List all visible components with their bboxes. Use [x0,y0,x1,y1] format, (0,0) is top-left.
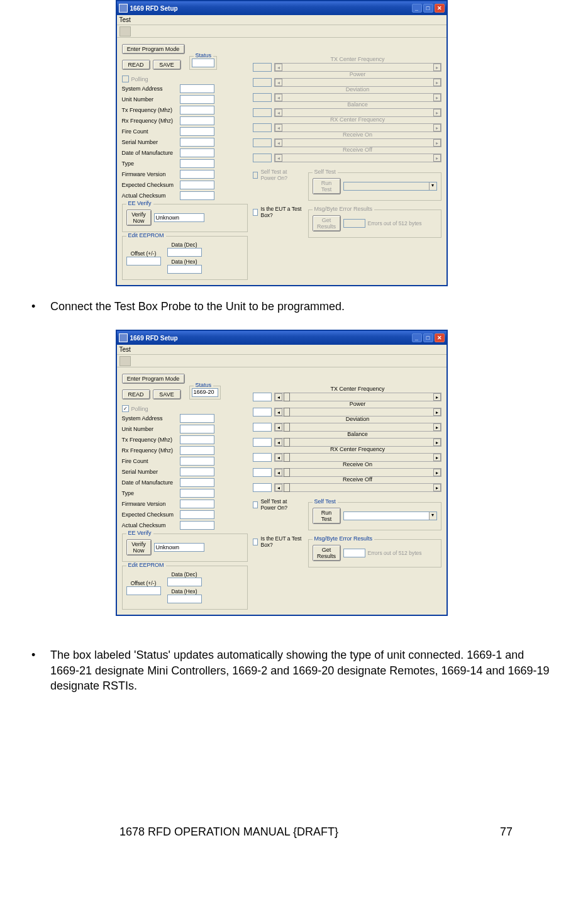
right-arrow-icon[interactable]: ▸ [433,439,441,446]
tx-frequency-field[interactable] [180,106,214,115]
data-hex-field[interactable] [167,595,202,603]
tx-center-frequency-value[interactable] [253,63,272,72]
right-arrow-icon[interactable]: ▸ [433,408,441,416]
slider-thumb[interactable] [284,423,290,432]
polling-checkbox[interactable] [122,75,129,82]
right-arrow-icon[interactable]: ▸ [433,79,441,86]
right-arrow-icon[interactable]: ▸ [433,139,441,147]
left-arrow-icon[interactable]: ◂ [275,423,282,431]
deviation-value[interactable] [253,423,272,432]
menu-test[interactable]: Test [119,16,131,23]
system-address-field[interactable] [180,84,214,93]
rx-center-frequency-slider[interactable]: ◂▸ [274,453,441,462]
receive-on-slider[interactable]: ◂▸ [274,468,441,477]
right-arrow-icon[interactable]: ▸ [433,109,441,116]
expected-checksum-field[interactable] [180,181,214,189]
self-test-power-on-checkbox[interactable] [253,501,258,508]
maximize-button[interactable]: □ [423,333,433,342]
receive-off-slider[interactable]: ◂▸ [274,483,441,492]
tx-center-frequency-slider[interactable]: ◂▸ [274,393,441,401]
serial-number-field[interactable] [180,138,214,147]
actual-checksum-field[interactable] [180,191,214,200]
receive-off-slider[interactable]: ◂▸ [274,154,441,162]
self-test-select[interactable]: ▾ [343,511,437,520]
rx-center-frequency-value[interactable] [253,453,272,462]
slider-thumb[interactable] [284,468,290,477]
offset-field[interactable] [126,586,161,595]
receive-on-slider[interactable]: ◂▸ [274,138,441,147]
left-arrow-icon[interactable]: ◂ [275,139,282,147]
firmware-version-field[interactable] [180,170,214,179]
self-test-select[interactable]: ▾ [343,182,437,191]
fire-count-field[interactable] [180,457,214,466]
is-eut-test-box-checkbox[interactable] [253,539,258,545]
slider-thumb[interactable] [284,393,290,401]
read-button[interactable]: READ [122,60,150,70]
toolbar-button[interactable] [119,356,131,366]
right-arrow-icon[interactable]: ▸ [433,469,441,476]
rx-center-frequency-slider[interactable]: ◂▸ [274,123,441,132]
tx-frequency-field[interactable] [180,435,214,444]
left-arrow-icon[interactable]: ◂ [275,393,282,401]
toolbar-button[interactable] [119,26,131,36]
run-test-button[interactable]: Run Test [313,178,341,194]
receive-on-value[interactable] [253,138,272,147]
unit-number-field[interactable] [180,425,214,433]
read-button[interactable]: READ [122,389,150,400]
right-arrow-icon[interactable]: ▸ [433,154,441,162]
minimize-button[interactable]: _ [412,4,422,13]
receive-off-value[interactable] [253,483,272,492]
serial-number-field[interactable] [180,467,214,476]
enter-program-mode-button[interactable]: Enter Program Mode [122,44,185,54]
verify-now-button[interactable]: Verify Now [126,539,152,556]
left-arrow-icon[interactable]: ◂ [275,124,282,131]
data-dec-field[interactable] [167,248,202,257]
date-of-manufacture-field[interactable] [180,478,214,487]
deviation-slider[interactable]: ◂▸ [274,423,441,432]
self-test-power-on-checkbox[interactable] [253,172,258,179]
type-field[interactable] [180,489,214,498]
type-field[interactable] [180,159,214,168]
balance-value[interactable] [253,108,272,117]
menu-test[interactable]: Test [119,346,131,353]
actual-checksum-field[interactable] [180,521,214,530]
is-eut-test-box-checkbox[interactable] [253,209,258,216]
left-arrow-icon[interactable]: ◂ [275,79,282,86]
firmware-version-field[interactable] [180,500,214,508]
power-value[interactable] [253,78,272,87]
deviation-value[interactable] [253,93,272,102]
polling-checkbox[interactable]: ✓ [122,405,129,412]
right-arrow-icon[interactable]: ▸ [433,484,441,491]
right-arrow-icon[interactable]: ▸ [433,393,441,401]
minimize-button[interactable]: _ [412,333,422,342]
balance-slider[interactable]: ◂▸ [274,108,441,117]
expected-checksum-field[interactable] [180,510,214,519]
verify-now-button[interactable]: Verify Now [126,210,152,226]
power-value[interactable] [253,408,272,416]
left-arrow-icon[interactable]: ◂ [275,154,282,162]
receive-on-value[interactable] [253,468,272,477]
right-arrow-icon[interactable]: ▸ [433,124,441,131]
left-arrow-icon[interactable]: ◂ [275,109,282,116]
left-arrow-icon[interactable]: ◂ [275,408,282,416]
left-arrow-icon[interactable]: ◂ [275,94,282,101]
save-button[interactable]: SAVE [153,389,181,400]
date-of-manufacture-field[interactable] [180,148,214,157]
data-dec-field[interactable] [167,578,202,586]
slider-thumb[interactable] [284,408,290,416]
offset-field[interactable] [126,257,161,265]
get-results-button[interactable]: Get Results [313,545,341,561]
fire-count-field[interactable] [180,127,214,136]
right-arrow-icon[interactable]: ▸ [433,423,441,431]
left-arrow-icon[interactable]: ◂ [275,64,282,71]
balance-slider[interactable]: ◂▸ [274,438,441,447]
right-arrow-icon[interactable]: ▸ [433,454,441,461]
enter-program-mode-button[interactable]: Enter Program Mode [122,374,185,384]
close-button[interactable]: ✕ [435,333,445,342]
slider-thumb[interactable] [284,483,290,492]
receive-off-value[interactable] [253,154,272,162]
left-arrow-icon[interactable]: ◂ [275,469,282,476]
left-arrow-icon[interactable]: ◂ [275,484,282,491]
unit-number-field[interactable] [180,95,214,104]
power-slider[interactable]: ◂▸ [274,408,441,416]
